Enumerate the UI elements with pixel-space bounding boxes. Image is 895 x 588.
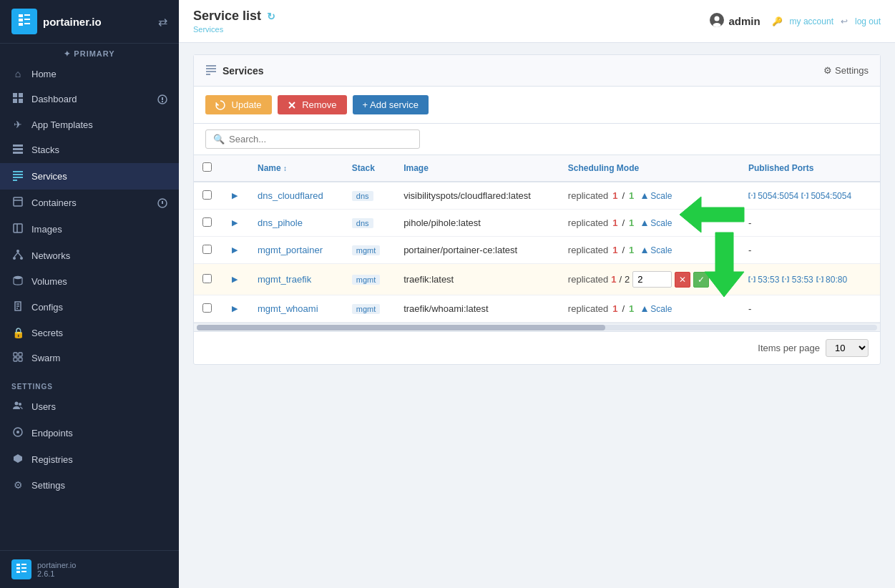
sidebar-label-volumes: Volumes xyxy=(31,276,67,287)
sidebar-item-endpoints[interactable]: Endpoints xyxy=(0,420,179,446)
row-expand-button[interactable]: ▶ xyxy=(229,244,240,256)
sidebar-item-configs[interactable]: Configs xyxy=(0,294,179,320)
sidebar-item-registries[interactable]: Registries xyxy=(0,446,179,473)
items-per-page-select[interactable]: 10 25 50 100 xyxy=(826,339,869,357)
sidebar-item-volumes[interactable]: Volumes xyxy=(0,269,179,294)
row-stack-cell: mgmt xyxy=(343,237,395,264)
swarm-icon xyxy=(11,351,24,365)
row-checkbox[interactable] xyxy=(202,274,212,283)
sidebar-item-images[interactable]: Images xyxy=(0,216,179,242)
port-link[interactable]: 53:53 xyxy=(782,275,813,285)
username-text: admin xyxy=(728,15,760,27)
sidebar-item-stacks[interactable]: Stacks xyxy=(0,137,179,163)
portainer-logo-icon xyxy=(11,9,37,34)
table-scrollbar[interactable] xyxy=(194,323,880,331)
sidebar-item-services[interactable]: Services xyxy=(0,163,179,190)
scheduling-mode-wrap: replicated1 / 1 Scale xyxy=(568,190,731,202)
svg-rect-18 xyxy=(162,201,163,204)
configs-icon xyxy=(11,300,24,314)
svg-rect-14 xyxy=(13,180,17,181)
mode-text: replicated xyxy=(568,217,608,228)
service-name-link[interactable]: mgmt_traefik xyxy=(258,274,311,285)
refresh-button[interactable]: ↻ xyxy=(267,11,275,22)
service-name-link[interactable]: mgmt_whoami xyxy=(258,303,318,314)
sidebar-item-networks[interactable]: Networks xyxy=(0,242,179,269)
service-name-link[interactable]: mgmt_portainer xyxy=(258,245,323,255)
sort-icon[interactable]: ↕ xyxy=(283,165,287,172)
toolbar: Update Remove + Add service xyxy=(194,87,880,124)
service-name-link[interactable]: dns_pihole xyxy=(258,217,303,228)
port-link[interactable]: 5054:5054 xyxy=(748,191,798,201)
my-account-icon: 🔑 xyxy=(772,16,783,26)
scale-confirm-button[interactable]: ✓ xyxy=(693,272,709,288)
panel-settings[interactable]: ⚙ Settings xyxy=(823,65,869,76)
sidebar-item-secrets[interactable]: 🔒 Secrets xyxy=(0,320,179,345)
sidebar-item-swarm[interactable]: Swarm xyxy=(0,345,179,371)
logout-link[interactable]: log out xyxy=(855,16,881,26)
row-checkbox[interactable] xyxy=(202,245,212,254)
row-expand-cell: ▶ xyxy=(220,237,249,264)
svg-point-35 xyxy=(19,403,21,406)
scale-button[interactable]: Scale xyxy=(638,190,675,202)
services-table: Name ↕ Stack Image Scheduling Mode xyxy=(194,155,880,323)
port-link[interactable]: 53:53 xyxy=(748,275,779,285)
panel-settings-label: Settings xyxy=(835,65,869,76)
replicas-current: 1 xyxy=(612,217,617,228)
row-scheduling-cell: replicated1 / 1 Scale xyxy=(559,210,740,237)
scale-button[interactable]: Scale xyxy=(638,303,675,315)
sidebar-item-settings[interactable]: ⚙ Settings xyxy=(0,473,179,497)
sidebar-item-dashboard[interactable]: Dashboard xyxy=(0,86,179,112)
update-button[interactable]: Update xyxy=(205,95,272,114)
my-account-link[interactable]: my account xyxy=(790,16,833,26)
row-expand-button[interactable]: ▶ xyxy=(229,217,240,229)
replicas-current: 1 xyxy=(611,274,616,285)
sidebar-item-containers[interactable]: Containers xyxy=(0,190,179,216)
row-expand-button[interactable]: ▶ xyxy=(229,190,240,202)
replicas-slash: / xyxy=(622,245,625,255)
table-row: ▶mgmt_traefikmgmttraefik:latestreplicate… xyxy=(194,264,880,295)
settings-section-label: SETTINGS xyxy=(0,371,179,393)
add-service-button[interactable]: + Add service xyxy=(353,95,429,114)
sidebar-label-registries: Registries xyxy=(31,454,73,465)
svg-rect-10 xyxy=(13,152,23,154)
row-expand-button[interactable]: ▶ xyxy=(229,273,240,285)
users-icon xyxy=(11,400,24,413)
row-checkbox[interactable] xyxy=(202,190,212,200)
scale-number-input[interactable] xyxy=(632,271,672,288)
row-ports-cell: - xyxy=(740,237,880,264)
panel-header: Services ⚙ Settings xyxy=(194,55,880,87)
service-name-link[interactable]: dns_cloudflared xyxy=(258,190,323,201)
sidebar-item-app-templates[interactable]: ✈ App Templates xyxy=(0,112,179,137)
sidebar-logo-left: portainer.io xyxy=(11,9,102,34)
port-link[interactable]: 5054:5054 xyxy=(801,191,851,201)
row-checkbox[interactable] xyxy=(202,217,212,227)
mode-text: replicated xyxy=(568,303,608,314)
search-input[interactable] xyxy=(229,134,412,144)
port-link[interactable]: 80:80 xyxy=(816,275,847,285)
sidebar-item-users[interactable]: Users xyxy=(0,393,179,420)
th-ports-label: Published Ports xyxy=(748,163,813,173)
row-expand-button[interactable]: ▶ xyxy=(229,303,240,315)
sidebar-item-home[interactable]: ⌂ Home xyxy=(0,62,179,86)
select-all-checkbox[interactable] xyxy=(202,162,212,172)
transfer-icon[interactable]: ⇄ xyxy=(158,15,167,29)
sidebar-logo-text: portainer.io xyxy=(43,16,102,28)
svg-rect-2 xyxy=(19,93,23,97)
table-row: ▶mgmt_whoamimgmttraefik/whoami:latestrep… xyxy=(194,295,880,323)
stack-badge: mgmt xyxy=(352,275,381,285)
page-title-text: Service list xyxy=(193,9,261,24)
user-info: admin xyxy=(710,13,760,29)
row-checkbox[interactable] xyxy=(202,303,212,313)
svg-rect-30 xyxy=(14,353,17,356)
svg-point-21 xyxy=(16,250,19,253)
scale-button[interactable]: Scale xyxy=(638,217,675,229)
svg-rect-4 xyxy=(19,99,23,103)
mode-text: replicated xyxy=(568,190,608,201)
user-avatar-icon xyxy=(710,13,724,29)
row-name-cell: mgmt_whoami xyxy=(249,295,343,323)
scale-button[interactable]: Scale xyxy=(638,245,675,256)
scale-cancel-button[interactable]: ✕ xyxy=(675,272,690,288)
svg-point-22 xyxy=(13,257,16,260)
sidebar-label-services: Services xyxy=(31,171,67,182)
remove-button[interactable]: Remove xyxy=(278,95,347,114)
